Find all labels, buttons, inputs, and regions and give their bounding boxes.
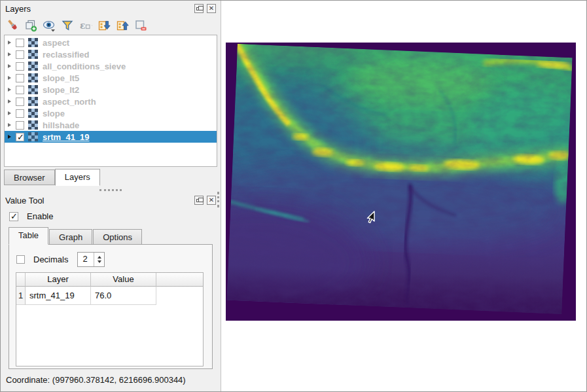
tab-graph[interactable]: Graph: [49, 229, 92, 245]
decimals-spinner[interactable]: 2: [77, 252, 105, 267]
dock-splitter-handle-vertical[interactable]: [217, 192, 219, 207]
layer-name: aspect_north: [43, 97, 96, 107]
value-tool-title: Value Tool: [5, 196, 191, 205]
expander-icon[interactable]: [8, 64, 11, 68]
layer-row-hillshade[interactable]: hillshade: [5, 119, 217, 131]
expression-filter-epsilon-icon[interactable]: ε: [79, 18, 92, 32]
raster-layer-icon: [28, 97, 39, 106]
layer-checkbox[interactable]: [16, 62, 24, 71]
expander-icon[interactable]: [8, 111, 11, 115]
left-dock-area: Layers ✕ ε: [1, 1, 221, 391]
expander-icon[interactable]: [8, 88, 11, 92]
close-glyph: ✕: [207, 196, 215, 204]
layer-checkbox[interactable]: [16, 133, 24, 141]
float-icon[interactable]: [194, 4, 204, 13]
layer-checkbox[interactable]: [16, 86, 24, 94]
layer-name: slope_lt5: [43, 73, 79, 83]
spinner-down-icon[interactable]: [98, 260, 101, 263]
layer-name: hillshade: [43, 120, 79, 130]
layer-name: all_conditions_sieve: [43, 62, 126, 71]
layer-checkbox[interactable]: [16, 74, 24, 82]
decimals-row: Decimals 2: [9, 245, 212, 267]
close-icon[interactable]: ✕: [207, 196, 216, 205]
float-icon[interactable]: [194, 196, 204, 205]
layer-row-slope[interactable]: slope: [5, 107, 217, 119]
layer-row-srtm-41-19[interactable]: srtm_41_19: [5, 131, 217, 143]
tab-options[interactable]: Options: [93, 229, 142, 245]
expand-all-icon[interactable]: [97, 18, 111, 32]
layer-row-slope-lt2[interactable]: slope_lt2: [5, 84, 217, 96]
column-header-layer: Layer: [26, 273, 91, 287]
styling-brush-icon[interactable]: [5, 18, 19, 32]
layer-name: slope: [43, 109, 65, 118]
enable-checkbox[interactable]: [9, 212, 18, 221]
raster-layer-icon: [28, 50, 39, 59]
coordinate-status: Coordinate: (997960.378142, 6216696.9003…: [6, 375, 221, 385]
dock-splitter-handle[interactable]: [99, 189, 122, 191]
layer-name: reclassified: [43, 50, 90, 60]
layer-row-all-conditions-sieve[interactable]: all_conditions_sieve: [5, 60, 217, 72]
qgis-window: Layers ✕ ε: [0, 0, 587, 392]
column-header-value: Value: [91, 273, 156, 287]
value-table: Layer Value 1 srtm_41_19 76.0: [16, 272, 204, 366]
value-table-header: Layer Value: [16, 273, 203, 287]
raster-layer-icon: [28, 132, 39, 141]
layer-tree: aspect reclassified all_conditions_sieve…: [4, 35, 217, 167]
filter-legend-icon[interactable]: [60, 18, 74, 32]
layer-checkbox[interactable]: [16, 39, 24, 47]
layer-row-reclassified[interactable]: reclassified: [5, 48, 217, 60]
layer-checkbox[interactable]: [16, 109, 24, 118]
layer-name: srtm_41_19: [43, 132, 90, 142]
enable-label: Enable: [27, 211, 53, 221]
close-icon[interactable]: ✕: [207, 4, 216, 13]
enable-row: Enable: [1, 208, 221, 226]
layers-toolbar: ε: [1, 16, 221, 34]
close-glyph: ✕: [207, 5, 215, 12]
expander-icon[interactable]: [8, 52, 11, 56]
decimals-label: Decimals: [33, 255, 68, 264]
raster-layer-icon: [28, 109, 39, 118]
spinner-buttons[interactable]: [94, 253, 104, 266]
spinner-up-icon[interactable]: [98, 256, 101, 258]
raster-layer-icon: [28, 62, 39, 71]
tab-browser[interactable]: Browser: [4, 169, 55, 185]
raster-layer-icon: [28, 38, 39, 47]
decimals-value[interactable]: 2: [78, 253, 94, 266]
layers-panel-title: Layers: [5, 4, 191, 14]
map-themes-eye-icon[interactable]: [42, 18, 56, 32]
dock-tab-bar: Browser Layers: [4, 169, 221, 187]
raster-layer-icon: [28, 120, 39, 130]
tab-layers[interactable]: Layers: [55, 169, 100, 186]
float-glyph: [196, 199, 200, 202]
decimals-checkbox[interactable]: [16, 255, 25, 264]
cell-layer[interactable]: srtm_41_19: [26, 287, 91, 305]
float-glyph: [196, 7, 200, 10]
add-group-icon[interactable]: [24, 18, 37, 32]
expander-icon[interactable]: [8, 76, 11, 80]
remove-layer-icon[interactable]: [133, 18, 147, 32]
table-row[interactable]: 1 srtm_41_19 76.0: [16, 287, 203, 305]
layer-checkbox[interactable]: [16, 98, 24, 106]
value-tool-table-pane: Decimals 2 Layer Value 1: [9, 244, 213, 369]
layer-row-slope-lt5[interactable]: slope_lt5: [5, 72, 217, 84]
tab-table[interactable]: Table: [9, 227, 48, 245]
value-tool-dock-header: Value Tool ✕: [1, 192, 221, 208]
expander-icon[interactable]: [8, 99, 11, 103]
map-canvas[interactable]: [221, 1, 586, 391]
layer-checkbox[interactable]: [16, 121, 24, 130]
layer-checkbox[interactable]: [16, 50, 24, 59]
cell-value[interactable]: 76.0: [91, 287, 156, 305]
expander-icon[interactable]: [8, 123, 11, 127]
mouse-cursor: [365, 211, 378, 225]
value-tool-tab-bar: Table Graph Options: [9, 227, 221, 244]
srtm-raster-image: [226, 43, 576, 321]
raster-layer-icon: [28, 73, 39, 82]
expander-icon[interactable]: [8, 135, 11, 139]
layers-dock-header: Layers ✕: [1, 1, 221, 16]
svg-text:ε: ε: [80, 20, 86, 30]
collapse-all-icon[interactable]: [115, 18, 129, 32]
table-corner-cell: [16, 273, 26, 287]
layer-row-aspect[interactable]: aspect: [5, 37, 217, 48]
expander-icon[interactable]: [8, 41, 11, 45]
layer-row-aspect-north[interactable]: aspect_north: [5, 96, 217, 107]
